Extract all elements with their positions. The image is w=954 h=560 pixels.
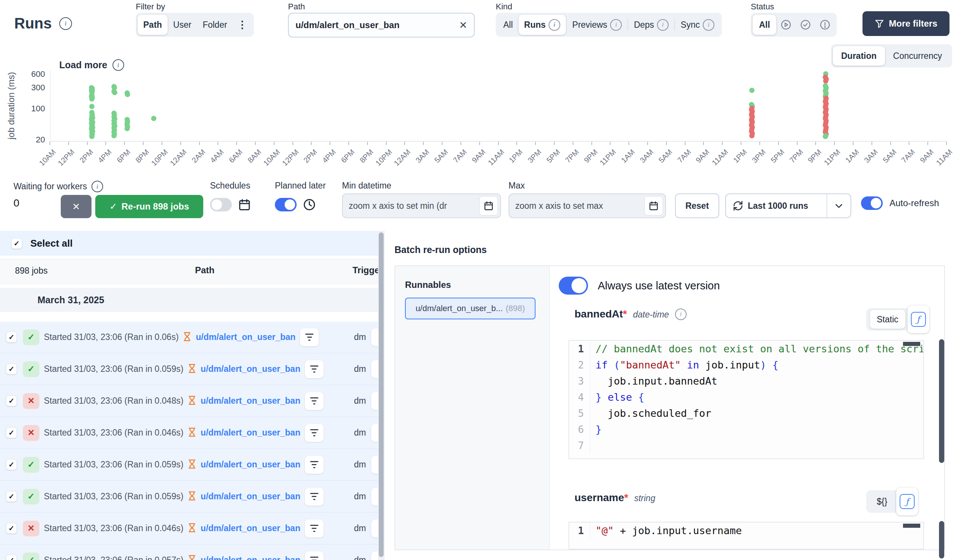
run-path-link[interactable]: u/dm/alert_on_user_ban	[201, 428, 300, 438]
static-mode-button[interactable]: Static	[870, 310, 905, 329]
chart-view-duration[interactable]: Duration	[833, 46, 885, 65]
clear-path-icon[interactable]: ✕	[459, 20, 467, 31]
row-end-button[interactable]	[371, 520, 378, 538]
row-checkbox[interactable]: ✓	[6, 427, 17, 438]
load-more-info-icon[interactable]: i	[112, 59, 124, 71]
job-row[interactable]: ✓✓Started 31/03, 23:06 (Ran in 0.059s)u/…	[0, 481, 378, 513]
scatter-point-success[interactable]	[125, 126, 130, 131]
scatter-point-failure[interactable]	[749, 133, 754, 138]
row-filter-button[interactable]	[305, 424, 324, 442]
auto-refresh-toggle[interactable]	[861, 196, 883, 210]
job-row[interactable]: ✓✓Started 31/03, 23:06 (Ran in 0.06s)u/d…	[0, 322, 378, 353]
planned-later-toggle[interactable]	[275, 198, 297, 212]
scatter-point-failure[interactable]	[823, 78, 828, 84]
row-checkbox[interactable]: ✓	[6, 332, 17, 342]
calendar-icon[interactable]	[644, 196, 663, 216]
row-filter-button[interactable]	[305, 551, 324, 560]
job-row[interactable]: ✓✕Started 31/03, 23:06 (Ran in 0.046s)u/…	[0, 417, 378, 449]
scatter-point-success[interactable]	[89, 96, 95, 101]
row-checkbox[interactable]: ✓	[6, 395, 17, 406]
rerun-jobs-button[interactable]: ✓ Re-run 898 jobs	[95, 195, 203, 218]
run-path-link[interactable]: u/dm/alert_on_user_ban	[201, 396, 300, 406]
waiting-workers-info-icon[interactable]: i	[92, 180, 103, 192]
job-row[interactable]: ✓✓Started 31/03, 23:06 (Ran in 0.057s)u/…	[0, 544, 378, 560]
row-end-button[interactable]	[371, 551, 378, 560]
run-path-link[interactable]: u/dm/alert_on_user_ban	[201, 492, 300, 501]
load-more-button[interactable]: Load more i	[59, 59, 124, 71]
row-end-button[interactable]	[371, 424, 378, 442]
latest-version-toggle[interactable]	[559, 277, 588, 295]
filter-by-more-menu[interactable]: ⋮	[233, 15, 252, 35]
duration-scatter-plot[interactable]	[50, 70, 947, 142]
row-end-button[interactable]	[371, 456, 378, 474]
row-filter-button[interactable]	[305, 520, 324, 538]
job-row[interactable]: ✓✓Started 31/03, 23:06 (Ran in 0.059s)u/…	[0, 353, 378, 385]
last-runs-refresh-button[interactable]: Last 1000 runs	[726, 194, 826, 218]
row-end-button[interactable]	[371, 488, 378, 506]
row-checkbox[interactable]: ✓	[6, 491, 17, 502]
status-option-all[interactable]: All	[753, 15, 776, 35]
kind-option-all[interactable]: All	[497, 15, 519, 35]
min-datetime-input[interactable]: zoom x axis to set min (dr	[342, 193, 501, 218]
filter-by-option-user[interactable]: User	[168, 15, 197, 35]
scatter-point-success[interactable]	[823, 134, 828, 139]
panel-scrollbar-thumb[interactable]	[939, 521, 944, 558]
status-option-play-circle[interactable]	[776, 15, 796, 35]
runs-info-icon[interactable]: i	[59, 17, 72, 30]
row-end-button[interactable]	[371, 328, 378, 346]
run-path-link[interactable]: u/dm/alert_on_user_ban	[201, 460, 300, 470]
row-filter-button[interactable]	[300, 328, 319, 346]
run-path-link[interactable]: u/dm/alert_on_user_ban	[201, 364, 300, 374]
scatter-point-success[interactable]	[112, 90, 117, 95]
reset-button[interactable]: Reset	[675, 193, 719, 218]
job-row[interactable]: ✓✕Started 31/03, 23:06 (Ran in 0.048s)u/…	[0, 385, 378, 417]
scatter-point-success[interactable]	[151, 116, 156, 121]
field-info-icon[interactable]: i	[675, 308, 687, 320]
row-checkbox[interactable]: ✓	[6, 364, 17, 375]
kind-option-runs[interactable]: Runsi	[519, 15, 566, 35]
scatter-point-success[interactable]	[89, 104, 95, 109]
calendar-icon[interactable]	[479, 196, 498, 216]
runnable-chip[interactable]: u/dm/alert_on_user_b... (898)	[405, 298, 536, 319]
editor-hscrollbar[interactable]	[903, 524, 920, 528]
username-code-editor[interactable]: 1"@" + job.input.username	[569, 522, 924, 549]
more-filters-button[interactable]: More filters	[862, 11, 949, 36]
status-option-alert-circle[interactable]	[815, 15, 835, 35]
scatter-point-success[interactable]	[111, 133, 117, 138]
max-datetime-input[interactable]: zoom x axis to set max	[508, 193, 666, 218]
editor-hscrollbar[interactable]	[903, 342, 920, 346]
run-path-link[interactable]: u/dm/alert_on_user_ban	[196, 332, 296, 342]
status-option-check-circle[interactable]	[796, 15, 815, 35]
filter-by-option-folder[interactable]: Folder	[197, 15, 232, 35]
template-mode-button[interactable]: ${}	[870, 492, 894, 511]
scatter-point-success[interactable]	[89, 134, 95, 139]
scatter-point-success[interactable]	[125, 92, 130, 97]
last-runs-chevron-button[interactable]	[827, 194, 851, 218]
schedules-toggle[interactable]	[210, 198, 232, 212]
job-row[interactable]: ✓✕Started 31/03, 23:06 (Ran in 0.046s)u/…	[0, 513, 378, 544]
run-path-link[interactable]: u/dm/alert_on_user_ban	[201, 523, 300, 534]
kind-option-deps[interactable]: Depsi	[628, 15, 674, 35]
list-scrollbar-thumb[interactable]	[379, 232, 383, 557]
path-filter-input[interactable]: u/dm/alert_on_user_ban ✕	[288, 13, 475, 37]
run-path-link[interactable]: u/dm/alert_on_user_ban	[201, 555, 300, 560]
row-end-button[interactable]	[371, 360, 378, 378]
row-filter-button[interactable]	[305, 488, 324, 506]
row-checkbox[interactable]: ✓	[6, 523, 17, 534]
filter-by-option-path[interactable]: Path	[138, 15, 168, 35]
bannedat-code-editor[interactable]: 1// bannedAt does not exist on all versi…	[569, 340, 924, 459]
list-scrollbar-track[interactable]	[378, 231, 385, 560]
cancel-selection-button[interactable]: ✕	[61, 195, 92, 218]
chart-view-concurrency[interactable]: Concurrency	[885, 46, 950, 65]
javascript-mode-button[interactable]: ƒ	[896, 488, 918, 515]
kind-option-previews[interactable]: Previewsi	[567, 15, 627, 35]
kind-option-sync[interactable]: Synci	[675, 15, 720, 35]
row-checkbox[interactable]: ✓	[6, 555, 17, 560]
scatter-point-success[interactable]	[749, 88, 754, 93]
javascript-mode-button[interactable]: ƒ	[907, 305, 929, 333]
row-end-button[interactable]	[371, 392, 378, 410]
job-row[interactable]: ✓✓Started 31/03, 23:06 (Ran in 0.059s)u/…	[0, 449, 378, 481]
row-filter-button[interactable]	[305, 360, 324, 378]
row-filter-button[interactable]	[305, 392, 324, 410]
panel-scrollbar-thumb[interactable]	[939, 339, 944, 463]
